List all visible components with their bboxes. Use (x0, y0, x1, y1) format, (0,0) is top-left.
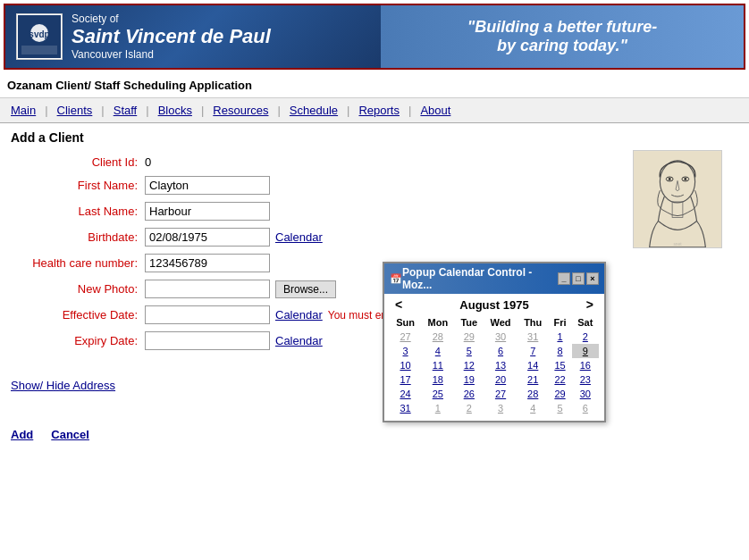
birthdate-input[interactable] (145, 228, 270, 247)
calendar-day-cell[interactable]: 28 (421, 330, 454, 344)
svg-text:snet: snet (673, 242, 682, 247)
main-content: Add a Client Client Id: 0 First Name: La… (0, 123, 749, 448)
svg-point-9 (684, 178, 686, 180)
day-header-mon: Mon (421, 315, 454, 330)
calendar-day-cell[interactable]: 14 (518, 358, 548, 372)
minimize-button[interactable]: _ (558, 272, 570, 285)
calendar-day-cell[interactable]: 21 (518, 372, 548, 387)
calendar-day-cell[interactable]: 4 (518, 401, 548, 415)
calendar-day-cell[interactable]: 1 (421, 401, 454, 415)
calendar-day-cell[interactable]: 3 (390, 344, 421, 358)
calendar-day-cell[interactable]: 10 (390, 358, 421, 372)
nav-reports[interactable]: Reports (353, 102, 405, 119)
calendar-day-cell[interactable]: 29 (455, 330, 484, 344)
nav-staff[interactable]: Staff (108, 102, 143, 119)
prev-month-button[interactable]: < (391, 297, 406, 312)
calendar-week-row: 3456789 (390, 344, 599, 358)
birthdate-label: Birthdate: (11, 230, 145, 244)
calendar-titlebar[interactable]: 📅 Popup Calendar Control - Moz... _ □ × (384, 263, 604, 294)
calendar-grid: Sun Mon Tue Wed Thu Fri Sat 272829303112… (390, 315, 599, 415)
popup-window-controls: _ □ × (558, 272, 599, 285)
calendar-day-cell[interactable]: 4 (421, 344, 454, 358)
nav-main[interactable]: Main (5, 102, 41, 119)
first-name-input[interactable] (145, 176, 270, 195)
calendar-day-cell[interactable]: 19 (455, 372, 484, 387)
calendar-day-cell[interactable]: 30 (572, 387, 599, 401)
calendar-month-year: August 1975 (459, 298, 528, 312)
calendar-day-cell[interactable]: 31 (518, 330, 548, 344)
expiry-date-calendar-link[interactable]: Calendar (275, 334, 323, 347)
calendar-days-header-row: Sun Mon Tue Wed Thu Fri Sat (390, 315, 599, 330)
calendar-day-cell[interactable]: 11 (421, 358, 454, 372)
calendar-day-cell[interactable]: 20 (484, 372, 518, 387)
calendar-day-cell[interactable]: 15 (548, 358, 571, 372)
show-hide-section: Show/ Hide Address (11, 364, 738, 392)
expiry-date-row: Expiry Date: Calendar (11, 331, 738, 350)
header-tagline: "Building a better future-by caring toda… (381, 5, 744, 68)
expiry-date-input[interactable] (145, 331, 270, 350)
birthdate-row: Birthdate: Calendar (11, 228, 738, 247)
calendar-day-cell[interactable]: 6 (484, 344, 518, 358)
calendar-day-cell[interactable]: 2 (572, 330, 599, 344)
calendar-day-cell[interactable]: 6 (572, 401, 599, 415)
popup-calendar: 📅 Popup Calendar Control - Moz... _ □ × … (383, 262, 606, 422)
calendar-day-cell[interactable]: 9 (572, 344, 599, 358)
calendar-day-cell[interactable]: 5 (548, 401, 571, 415)
nav-clients[interactable]: Clients (52, 102, 98, 119)
calendar-day-cell[interactable]: 27 (390, 330, 421, 344)
cancel-button[interactable]: Cancel (51, 428, 89, 441)
calendar-day-cell[interactable]: 22 (548, 372, 571, 387)
calendar-day-cell[interactable]: 13 (484, 358, 518, 372)
client-id-label: Client Id: (11, 155, 145, 169)
calendar-day-cell[interactable]: 3 (484, 401, 518, 415)
day-header-sun: Sun (390, 315, 421, 330)
effective-date-calendar-link[interactable]: Calendar (275, 308, 323, 322)
first-name-row: First Name: (11, 176, 738, 195)
health-input[interactable] (145, 254, 270, 272)
nav-blocks[interactable]: Blocks (153, 102, 198, 119)
svg-point-8 (669, 178, 671, 180)
calendar-day-cell[interactable]: 1 (548, 330, 571, 344)
expiry-date-label: Expiry Date: (11, 334, 145, 347)
health-label: Health care number: (11, 256, 145, 270)
calendar-day-cell[interactable]: 16 (572, 358, 599, 372)
last-name-input[interactable] (145, 202, 270, 221)
calendar-popup-icon: 📅 (390, 273, 402, 285)
close-button[interactable]: × (586, 272, 599, 285)
calendar-day-cell[interactable]: 7 (518, 344, 548, 358)
photo-input[interactable] (145, 280, 270, 298)
calendar-day-cell[interactable]: 31 (390, 401, 421, 415)
calendar-day-cell[interactable]: 23 (572, 372, 599, 387)
calendar-day-cell[interactable]: 27 (484, 387, 518, 401)
nav-about[interactable]: About (415, 102, 456, 119)
calendar-day-cell[interactable]: 29 (548, 387, 571, 401)
show-hide-address-link[interactable]: Show/ Hide Address (11, 379, 115, 392)
nav-schedule[interactable]: Schedule (284, 102, 343, 119)
effective-date-input[interactable] (145, 305, 270, 324)
calendar-day-cell[interactable]: 26 (455, 387, 484, 401)
calendar-day-cell[interactable]: 18 (421, 372, 454, 387)
maximize-button[interactable]: □ (572, 272, 585, 285)
first-name-label: First Name: (11, 179, 145, 192)
calendar-day-cell[interactable]: 12 (455, 358, 484, 372)
calendar-day-cell[interactable]: 24 (390, 387, 421, 401)
day-header-fri: Fri (548, 315, 571, 330)
health-row: Health care number: (11, 254, 738, 272)
photo-label: New Photo: (11, 282, 145, 296)
effective-date-label: Effective Date: (11, 308, 145, 322)
add-button[interactable]: Add (11, 428, 33, 441)
browse-button[interactable]: Browse... (275, 280, 336, 298)
calendar-day-cell[interactable]: 5 (455, 344, 484, 358)
app-title: Ozanam Client/ Staff Scheduling Applicat… (0, 73, 749, 98)
calendar-day-cell[interactable]: 17 (390, 372, 421, 387)
calendar-day-cell[interactable]: 25 (421, 387, 454, 401)
calendar-day-cell[interactable]: 8 (548, 344, 571, 358)
calendar-week-row: 10111213141516 (390, 358, 599, 372)
calendar-day-cell[interactable]: 30 (484, 330, 518, 344)
nav-resources[interactable]: Resources (207, 102, 274, 119)
next-month-button[interactable]: > (583, 297, 597, 312)
calendar-day-cell[interactable]: 28 (518, 387, 548, 401)
header-logo: svdp Society of Saint Vincent de Paul Va… (5, 5, 381, 68)
calendar-day-cell[interactable]: 2 (455, 401, 484, 415)
birthdate-calendar-link[interactable]: Calendar (275, 230, 323, 244)
